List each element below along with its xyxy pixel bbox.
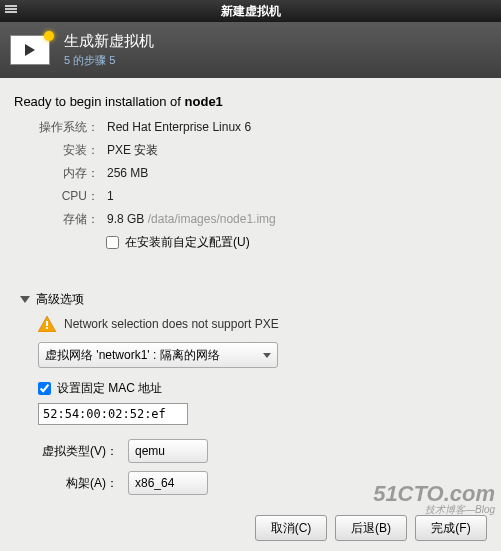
window-titlebar: 新建虚拟机: [0, 0, 501, 22]
warning-icon: [38, 316, 56, 332]
vm-icon: [10, 35, 50, 65]
virt-type-label: 虚拟类型(V)：: [38, 443, 118, 460]
storage-path: /data/images/node1.img: [148, 212, 276, 226]
advanced-toggle[interactable]: 高级选项: [20, 291, 487, 308]
virt-type-select[interactable]: qemu: [128, 439, 208, 463]
svg-rect-1: [5, 8, 17, 10]
customize-checkbox[interactable]: [106, 236, 119, 249]
svg-rect-0: [5, 5, 17, 7]
customize-label: 在安装前自定义配置(U): [125, 234, 250, 251]
svg-rect-5: [46, 327, 48, 329]
memory-value: 256 MB: [107, 166, 148, 180]
arch-label: 构架(A)：: [38, 475, 118, 492]
mac-fixed-label: 设置固定 MAC 地址: [57, 380, 162, 397]
wizard-header: 生成新虚拟机 5 的步骤 5: [0, 22, 501, 78]
wizard-step: 5 的步骤 5: [64, 53, 154, 68]
svg-rect-2: [5, 11, 17, 13]
pxe-warning: Network selection does not support PXE: [38, 316, 487, 332]
arch-select[interactable]: x86_64: [128, 471, 208, 495]
svg-rect-4: [46, 321, 48, 326]
vm-name: node1: [185, 94, 223, 109]
mac-fixed-checkbox[interactable]: [38, 382, 51, 395]
chevron-down-icon: [20, 296, 30, 303]
finish-button[interactable]: 完成(F): [415, 515, 487, 541]
wizard-content: Ready to begin installation of node1 操作系…: [0, 78, 501, 551]
spec-table: 操作系统：Red Hat Enterprise Linux 6 安装：PXE 安…: [34, 119, 487, 228]
install-label: 安装：: [34, 142, 99, 159]
chevron-down-icon: [263, 353, 271, 358]
back-button[interactable]: 后退(B): [335, 515, 407, 541]
wizard-title: 生成新虚拟机: [64, 32, 154, 51]
mac-address-input[interactable]: [38, 403, 188, 425]
cancel-button[interactable]: 取消(C): [255, 515, 327, 541]
advanced-title: 高级选项: [36, 291, 84, 308]
window-title: 新建虚拟机: [221, 3, 281, 20]
window-menu-icon[interactable]: [4, 2, 18, 16]
storage-value: 9.8 GB /data/images/node1.img: [107, 212, 276, 226]
os-value: Red Hat Enterprise Linux 6: [107, 120, 251, 134]
os-label: 操作系统：: [34, 119, 99, 136]
cpu-value: 1: [107, 189, 114, 203]
network-select[interactable]: 虚拟网络 'network1' : 隔离的网络: [38, 342, 278, 368]
ready-line: Ready to begin installation of node1: [14, 94, 487, 109]
cpu-label: CPU：: [34, 188, 99, 205]
storage-label: 存储：: [34, 211, 99, 228]
install-value: PXE 安装: [107, 142, 158, 159]
wizard-footer: 取消(C) 后退(B) 完成(F): [255, 515, 487, 541]
memory-label: 内存：: [34, 165, 99, 182]
